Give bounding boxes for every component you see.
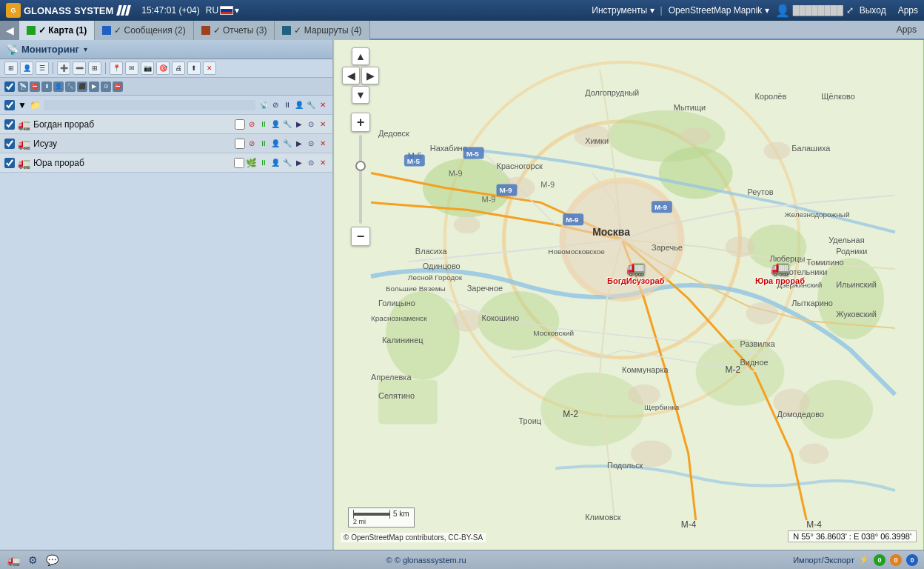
back-button[interactable]: ◀ bbox=[0, 21, 19, 40]
vehicle-group-row[interactable]: ▼ 📁 📡 ⊘ ⏸ 👤 🔧 ✕ bbox=[0, 96, 332, 115]
group-settings-btn[interactable]: ⚙ bbox=[25, 554, 40, 566]
v3-pause-btn[interactable]: ⏸ bbox=[258, 158, 269, 168]
svg-text:Томилино: Томилино bbox=[806, 258, 843, 267]
zoom-in-btn[interactable]: + bbox=[351, 113, 370, 132]
map-marker-btn[interactable]: 📍 bbox=[110, 61, 123, 75]
vehicle-row-3[interactable]: 🚛 Юра прораб 🌿 ⏸ 👤 🔧 ▶ ⊙ ✕ bbox=[0, 153, 332, 173]
add-group-btn[interactable]: ⊞ bbox=[4, 61, 18, 75]
v1-play-btn[interactable]: ▶ bbox=[294, 119, 304, 130]
camera-btn[interactable]: 📷 bbox=[141, 61, 154, 75]
v2-locate-btn[interactable]: ⊙ bbox=[306, 139, 316, 149]
v1-track-cb[interactable] bbox=[235, 119, 245, 130]
select-all-checkbox[interactable] bbox=[4, 81, 15, 92]
v2-tools-btn[interactable]: 🔧 bbox=[282, 139, 292, 149]
svg-text:Голицыно: Голицыно bbox=[378, 299, 415, 307]
map-nav-down[interactable]: ▼ bbox=[352, 86, 369, 104]
group-map-btn[interactable]: 📡 bbox=[258, 100, 269, 110]
status-orange-count: 0 bbox=[894, 556, 897, 564]
chat-btn[interactable]: 💬 bbox=[44, 554, 59, 566]
map-vehicle-yura[interactable]: 🚛 Юра прораб bbox=[755, 259, 805, 285]
v2-track-cb[interactable] bbox=[235, 139, 245, 149]
v1-person-btn[interactable]: 👤 bbox=[270, 119, 281, 130]
bottom-right: Импорт/Экспорт ⚡ 0 0 0 bbox=[793, 554, 918, 566]
v1-tools-btn[interactable]: 🔧 bbox=[282, 119, 292, 130]
zoom-out-btn[interactable]: − bbox=[351, 227, 370, 246]
svg-text:Калининец: Калининец bbox=[382, 336, 424, 345]
monitoring-header[interactable]: 📡 Мониторинг ▾ bbox=[0, 40, 332, 59]
v3-delete-btn[interactable]: ✕ bbox=[318, 158, 328, 168]
bottom-left: 🚛 ⚙ 💬 bbox=[6, 554, 59, 566]
grid-btn[interactable]: ⊞ bbox=[88, 61, 101, 75]
v1-pause-btn[interactable]: ⏸ bbox=[258, 119, 269, 130]
map-vehicle-bogdan[interactable]: 🚛 БогдИсузораб bbox=[607, 259, 664, 285]
message-btn[interactable]: ✉ bbox=[125, 61, 138, 75]
tab-messages[interactable]: ✓ Сообщения (2) bbox=[95, 21, 193, 40]
website-url[interactable]: © glonasssystem.ru bbox=[395, 556, 466, 565]
logout-btn[interactable]: Выход bbox=[860, 5, 886, 16]
list-btn[interactable]: ☰ bbox=[36, 61, 49, 75]
maximize-btn[interactable]: ⤢ bbox=[846, 5, 854, 16]
v3-person-btn[interactable]: 👤 bbox=[270, 158, 281, 168]
status-circle-blue[interactable]: 0 bbox=[906, 554, 918, 566]
status-circle-green[interactable]: 0 bbox=[874, 554, 886, 566]
map-nav-up[interactable]: ▲ bbox=[352, 47, 369, 65]
person-btn[interactable]: 👤 bbox=[20, 61, 33, 75]
language-selector[interactable]: RU ▾ bbox=[206, 5, 239, 16]
v2-stop-btn[interactable]: ⊘ bbox=[247, 139, 257, 149]
group-folder-icon: 📁 bbox=[30, 100, 41, 110]
vehicle-icon-btn[interactable]: 🚛 bbox=[6, 554, 21, 566]
tools-menu[interactable]: Инструменты ▾ bbox=[592, 5, 654, 16]
monitoring-dropdown-arrow[interactable]: ▾ bbox=[84, 45, 87, 53]
monitoring-title: Мониторинг bbox=[21, 44, 79, 55]
printer-btn[interactable]: 🖨 bbox=[172, 61, 185, 75]
group-person-btn[interactable]: 👤 bbox=[294, 100, 304, 110]
v1-locate-btn[interactable]: ⊙ bbox=[306, 119, 316, 130]
group-delete-btn[interactable]: ✕ bbox=[318, 100, 328, 110]
vehicle-1-checkbox[interactable] bbox=[4, 119, 15, 130]
yura-truck-icon: 🚛 bbox=[771, 259, 789, 276]
svg-point-23 bbox=[746, 302, 779, 325]
v2-delete-btn[interactable]: ✕ bbox=[318, 139, 328, 149]
map-provider-selector[interactable]: OpenStreetMap Mapnik ▾ bbox=[669, 5, 769, 16]
vehicle-3-checkbox[interactable] bbox=[4, 158, 15, 168]
v2-play-btn[interactable]: ▶ bbox=[294, 139, 304, 149]
add-btn[interactable]: ➕ bbox=[57, 61, 70, 75]
vehicle-3-name: Юра прораб bbox=[33, 158, 231, 168]
svg-point-27 bbox=[799, 443, 828, 464]
zoom-thumb[interactable] bbox=[355, 161, 366, 171]
v3-tools-btn[interactable]: 🔧 bbox=[282, 158, 292, 168]
map-area[interactable]: M-9 M-9 М-9 M-5 Долгопрудный Мытищи Коро… bbox=[333, 40, 924, 550]
tab-reports[interactable]: ✓ Отчеты (3) bbox=[194, 21, 275, 40]
v3-locate-btn[interactable]: ⊙ bbox=[306, 158, 316, 168]
tab-routes-label: ✓ Маршруты (4) bbox=[294, 25, 361, 36]
status-circle-orange[interactable]: 0 bbox=[890, 554, 902, 566]
delete-btn[interactable]: ✕ bbox=[203, 61, 216, 75]
svg-text:М-9: М-9 bbox=[566, 216, 579, 224]
group-tools-btn[interactable]: 🔧 bbox=[306, 100, 316, 110]
vehicle-row-1[interactable]: 🚛 Богдан прораб ⊘ ⏸ 👤 🔧 ▶ ⊙ ✕ bbox=[0, 115, 332, 134]
v3-track-cb[interactable] bbox=[234, 158, 244, 168]
vehicle-row-2[interactable]: 🚛 Исузу ⊘ ⏸ 👤 🔧 ▶ ⊙ ✕ bbox=[0, 134, 332, 153]
import-export-icon[interactable]: ⚡ bbox=[859, 555, 869, 565]
target-btn[interactable]: 🎯 bbox=[156, 61, 170, 75]
export-btn[interactable]: ⬆ bbox=[187, 61, 201, 75]
vehicle-2-checkbox[interactable] bbox=[4, 139, 15, 149]
v3-play-btn[interactable]: ▶ bbox=[294, 158, 304, 168]
tab-map-icon bbox=[27, 26, 36, 35]
v1-delete-btn[interactable]: ✕ bbox=[318, 119, 328, 130]
group-stop-btn[interactable]: ⊘ bbox=[270, 100, 281, 110]
remove-btn[interactable]: ➖ bbox=[73, 61, 86, 75]
v1-stop-btn[interactable]: ⊘ bbox=[247, 119, 257, 130]
group-pause-btn[interactable]: ⏸ bbox=[282, 100, 292, 110]
tab-routes[interactable]: ✓ Маршруты (4) bbox=[275, 21, 369, 40]
map-nav-right[interactable]: ▶ bbox=[361, 67, 379, 84]
map-nav-left[interactable]: ◀ bbox=[342, 67, 360, 84]
svg-point-17 bbox=[681, 127, 711, 145]
group-checkbox[interactable] bbox=[4, 100, 15, 110]
tab-map[interactable]: ✓ Карта (1) bbox=[19, 21, 95, 40]
v2-person-btn[interactable]: 👤 bbox=[270, 139, 281, 149]
svg-text:Троиц: Троиц bbox=[518, 416, 541, 425]
svg-point-20 bbox=[454, 216, 481, 233]
import-export-label[interactable]: Импорт/Экспорт bbox=[793, 556, 854, 565]
v2-pause-btn[interactable]: ⏸ bbox=[258, 139, 269, 149]
